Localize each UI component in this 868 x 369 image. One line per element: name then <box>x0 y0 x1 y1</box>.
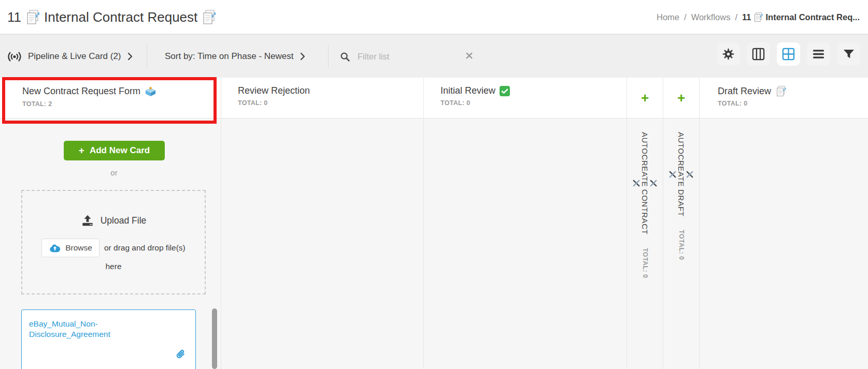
sort-selector[interactable]: Sort by: Time on Phase - Newest <box>165 35 305 78</box>
column-title: New Contract Request Form <box>22 86 140 97</box>
column-header: Initial Review TOTAL: 0 <box>424 78 627 119</box>
upload-file-label: Upload File <box>101 215 147 226</box>
page-title: 11 Internal Contract Request <box>7 0 217 34</box>
or-label: or <box>62 168 166 177</box>
filter-button[interactable] <box>837 42 860 66</box>
column-scrollbar-thumb[interactable] <box>212 308 217 369</box>
chevron-right-icon <box>127 52 133 61</box>
grid-view-button[interactable] <box>777 42 800 66</box>
column-body <box>424 119 627 369</box>
pipeline-selector[interactable]: Pipeline & Live Card (2) <box>7 35 133 78</box>
column-review-rejection: Review Rejection TOTAL: 0 <box>221 78 424 369</box>
toolbar-divider <box>147 45 147 68</box>
list-view-button[interactable] <box>807 42 830 66</box>
check-mark-icon <box>500 86 510 96</box>
tools-icon <box>686 167 694 182</box>
search-icon <box>339 51 351 63</box>
column-total: TOTAL: 0 <box>440 99 627 107</box>
breadcrumb-separator: / <box>735 12 737 22</box>
column-autocreate-draft: + AUTOCREATE DRAFT TOTAL: 0 <box>663 78 700 369</box>
settings-button[interactable] <box>717 42 740 66</box>
column-body: AUTOCREATE DRAFT TOTAL: 0 <box>663 119 699 369</box>
column-header: + <box>627 78 663 119</box>
file-dropzone[interactable]: Upload File Browse or drag and drop file… <box>21 190 206 294</box>
outbox-tray-icon <box>145 85 156 97</box>
vertical-column-total: TOTAL: 0 <box>678 230 685 260</box>
vertical-title-text: AUTOCREATE DRAFT <box>677 132 686 216</box>
column-title: Draft Review <box>718 86 771 97</box>
column-header: + <box>663 78 699 119</box>
column-total: TOTAL: 0 <box>238 99 423 107</box>
chevron-right-icon <box>300 52 305 61</box>
kanban-board: New Contract Request Form TOTAL: 2 + Add… <box>0 78 868 369</box>
workflow-kanban-screen: 11 Internal Contract Request Home / Work… <box>0 0 868 369</box>
breadcrumb: Home / Workflows / 11 Internal Contract … <box>657 0 860 34</box>
tools-icon <box>668 167 677 182</box>
breadcrumb-separator: / <box>684 12 687 22</box>
clear-filter-icon[interactable] <box>465 52 473 60</box>
add-card-plus-button[interactable]: + <box>677 91 685 105</box>
column-header: New Contract Request Form TOTAL: 2 <box>0 78 221 119</box>
breadcrumb-current-number: 11 <box>742 12 751 22</box>
paperclip-icon <box>174 347 188 361</box>
drag-drop-text-line2: here <box>105 262 121 271</box>
browse-button[interactable]: Browse <box>41 239 99 257</box>
columns-view-button[interactable] <box>747 42 770 66</box>
column-header: Review Rejection TOTAL: 0 <box>221 78 423 119</box>
view-buttons <box>717 42 860 66</box>
column-header: Draft Review TOTAL: 0 <box>700 78 868 119</box>
live-icon <box>7 50 22 63</box>
tools-icon <box>632 176 641 190</box>
tools-icon <box>649 176 658 190</box>
cloud-upload-icon <box>49 244 61 253</box>
breadcrumb-workflows-link[interactable]: Workflows <box>691 12 731 22</box>
toolbar: Pipeline & Live Card (2) Sort by: Time o… <box>0 34 868 78</box>
card-ebay-mutual-nda[interactable]: eBay_Mutual_Non-Disclosure_Agreement <box>21 309 196 369</box>
column-initial-review: Initial Review TOTAL: 0 <box>424 78 627 369</box>
column-total: TOTAL: 2 <box>22 100 221 108</box>
drag-drop-text: or drag and drop file(s) <box>104 243 186 253</box>
vertical-column-total: TOTAL: 0 <box>642 248 649 278</box>
add-card-plus-button[interactable]: + <box>641 91 649 105</box>
add-new-card-label: Add New Card <box>90 145 150 156</box>
document-icon <box>201 9 217 25</box>
filter-funnel-icon <box>843 48 855 61</box>
plus-icon: + <box>79 145 84 156</box>
page-title-number: 11 <box>7 9 21 25</box>
column-total: TOTAL: 0 <box>718 100 868 107</box>
list-view-icon <box>812 48 825 61</box>
column-body: AUTOCREATE CONTRACT TOTAL: 0 <box>627 119 663 369</box>
settings-gear-icon <box>722 48 735 61</box>
toolbar-divider <box>328 45 329 68</box>
vertical-title-text: AUTOCREATE CONTRACT <box>641 132 649 234</box>
vertical-column-title: AUTOCREATE CONTRACT <box>632 132 658 234</box>
column-title: Initial Review <box>440 85 495 96</box>
breadcrumb-current-text: Internal Contract Req... <box>765 12 860 22</box>
add-new-card-button[interactable]: + Add New Card <box>64 141 165 160</box>
grid-view-icon <box>782 48 795 61</box>
document-icon <box>25 9 40 25</box>
breadcrumb-home-link[interactable]: Home <box>657 12 679 22</box>
columns-view-icon <box>752 48 765 61</box>
browse-button-label: Browse <box>65 243 92 253</box>
breadcrumb-current: 11 Internal Contract Req... <box>742 12 860 22</box>
filter-input[interactable] <box>358 49 456 64</box>
page-title-text: Internal Contract Request <box>44 9 197 25</box>
document-icon <box>775 85 787 97</box>
column-body <box>221 119 423 369</box>
card-title: eBay_Mutual_Non-Disclosure_Agreement <box>29 319 159 340</box>
vertical-column-title: AUTOCREATE DRAFT <box>668 132 694 216</box>
top-bar: 11 Internal Contract Request Home / Work… <box>0 0 868 34</box>
pipeline-selector-label: Pipeline & Live Card (2) <box>28 51 121 62</box>
document-icon <box>753 12 763 22</box>
column-body <box>700 119 868 369</box>
upload-icon <box>81 214 94 227</box>
column-body: + Add New Card or Upload File Browse or <box>0 119 221 369</box>
column-title: Review Rejection <box>238 85 310 96</box>
column-draft-review: Draft Review TOTAL: 0 <box>700 78 868 369</box>
sort-selector-label: Sort by: Time on Phase - Newest <box>165 51 294 62</box>
column-autocreate-contract: + AUTOCREATE CONTRACT TOTAL: 0 <box>627 78 663 369</box>
column-new-contract-request-form: New Contract Request Form TOTAL: 2 + Add… <box>0 78 221 369</box>
